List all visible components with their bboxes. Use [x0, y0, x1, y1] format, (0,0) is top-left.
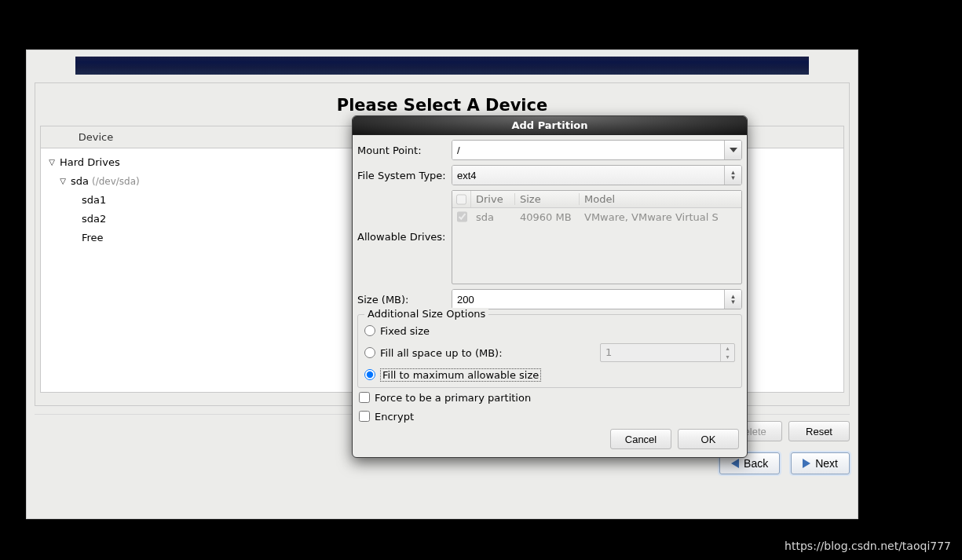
- drive-row-size: 40960 MB: [515, 211, 580, 223]
- force-primary-checkbox[interactable]: [359, 392, 370, 403]
- size-spinbox[interactable]: ▴▾: [452, 289, 742, 309]
- chevron-down-icon: [730, 148, 737, 152]
- force-primary-label: Force to be a primary partition: [375, 392, 531, 404]
- spinner-icon: ▴▾: [731, 170, 735, 181]
- tree-label: sda2: [82, 211, 106, 227]
- column-size[interactable]: [151, 126, 324, 148]
- additional-size-options-group: Additional Size Options Fixed size Fill …: [357, 314, 742, 388]
- allowable-drives-label: Allowable Drives:: [357, 190, 452, 243]
- dialog-buttons: Cancel OK: [357, 426, 742, 451]
- drive-row-drive: sda: [471, 211, 515, 223]
- tree-label: Free: [82, 230, 104, 246]
- radio-fill-max[interactable]: Fill to maximum allowable size: [364, 368, 541, 382]
- watermark: https://blog.csdn.net/taoqi777: [785, 540, 951, 552]
- mount-point-combo[interactable]: [452, 140, 742, 160]
- next-button[interactable]: Next: [791, 452, 850, 474]
- ok-button[interactable]: OK: [678, 429, 739, 449]
- fs-type-combo[interactable]: ▴▾: [452, 165, 742, 185]
- drive-col-check[interactable]: [452, 191, 471, 207]
- tree-expander-icon[interactable]: ▽: [58, 174, 68, 189]
- drive-row[interactable]: sda 40960 MB VMware, VMware Virtual S: [452, 208, 741, 225]
- mount-point-input[interactable]: [452, 141, 724, 159]
- radio-fixed-size-label: Fixed size: [380, 325, 430, 337]
- size-input[interactable]: [452, 290, 724, 309]
- header-banner: [75, 57, 809, 75]
- radio-fill-upto-label: Fill all space up to (MB):: [380, 347, 503, 359]
- drive-header-checkbox[interactable]: [456, 194, 466, 205]
- arrow-right-icon: [803, 459, 810, 468]
- drive-row-checkbox[interactable]: [457, 211, 467, 222]
- fill-upto-spinner: ▴▾: [720, 344, 734, 361]
- size-spin-buttons[interactable]: ▴▾: [724, 290, 741, 309]
- column-device[interactable]: Device: [41, 126, 151, 148]
- fs-type-dropdown-button[interactable]: ▴▾: [724, 166, 741, 185]
- drive-col-drive[interactable]: Drive: [471, 193, 515, 205]
- tree-label: Hard Drives: [60, 155, 120, 170]
- tree-label: sda: [71, 174, 89, 189]
- drive-list-header: Drive Size Model: [452, 191, 741, 208]
- radio-fixed-size[interactable]: Fixed size: [364, 325, 430, 337]
- dialog-title[interactable]: Add Partition: [353, 116, 747, 135]
- page-title: Please Select A Device: [40, 96, 844, 115]
- fill-upto-spinbox: 1 ▴▾: [600, 343, 735, 362]
- encrypt-label: Encrypt: [375, 411, 414, 423]
- radio-fill-upto[interactable]: Fill all space up to (MB):: [364, 347, 503, 359]
- dialog-content: Mount Point: File System Type: ▴▾ Allowa…: [353, 135, 747, 457]
- drive-col-size[interactable]: Size: [515, 193, 580, 205]
- drive-col-model[interactable]: Model: [580, 193, 741, 205]
- allowable-drives-list[interactable]: Drive Size Model sda 40960 MB VMware, VM…: [452, 190, 742, 284]
- spin-down-icon: ▾: [721, 353, 734, 361]
- radio-fill-max-input[interactable]: [364, 369, 375, 380]
- mount-point-label: Mount Point:: [357, 145, 452, 156]
- drive-row-model: VMware, VMware Virtual S: [580, 211, 741, 223]
- size-label: Size (MB):: [357, 294, 452, 306]
- next-label: Next: [815, 457, 838, 470]
- radio-fixed-size-input[interactable]: [364, 325, 375, 336]
- fill-upto-value: 1: [601, 344, 720, 361]
- tree-label: sda1: [82, 192, 106, 208]
- cancel-button[interactable]: Cancel: [610, 429, 671, 449]
- fs-type-label: File System Type:: [357, 170, 452, 181]
- mount-point-dropdown-button[interactable]: [724, 141, 741, 159]
- radio-fill-max-label: Fill to maximum allowable size: [380, 368, 541, 382]
- back-label: Back: [744, 457, 768, 470]
- fs-type-value[interactable]: [452, 166, 724, 185]
- spin-up-icon: ▴: [721, 344, 734, 353]
- device-path: (/dev/sda): [92, 174, 140, 189]
- tree-expander-icon[interactable]: ▽: [47, 155, 57, 170]
- radio-fill-upto-input[interactable]: [364, 347, 375, 358]
- spinner-icon: ▴▾: [731, 294, 735, 305]
- arrow-left-icon: [731, 459, 739, 468]
- add-partition-dialog: Add Partition Mount Point: File System T…: [352, 115, 748, 458]
- size-options-legend: Additional Size Options: [364, 308, 488, 320]
- reset-button[interactable]: Reset: [788, 421, 850, 441]
- encrypt-checkbox[interactable]: [359, 411, 370, 422]
